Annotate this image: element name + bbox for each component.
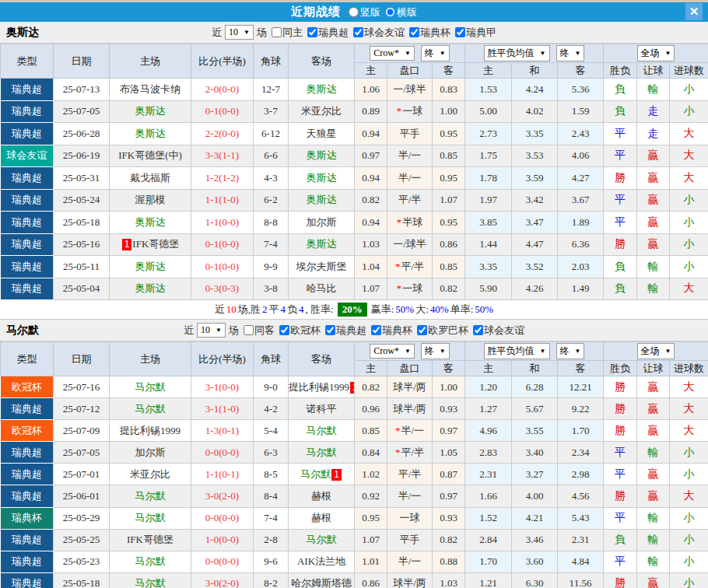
subcol-header: 和	[512, 63, 558, 79]
handicap-cell: 半/一	[387, 485, 433, 507]
home-team-cell: 戴戈福斯	[110, 167, 191, 190]
away-odds: 1.07	[433, 189, 465, 212]
match-row: 瑞典超25-05-161IFK哥德堡0-1(0-0)7-4奥斯达1.03一/球半…	[1, 233, 708, 256]
result-cell: 小	[670, 189, 708, 212]
match-date: 25-06-01	[54, 485, 110, 507]
score-value: 1-2(1-2)	[205, 172, 239, 184]
avg-odds: 1.70	[465, 551, 512, 572]
subcol-header: 进球数	[670, 63, 708, 79]
home-team-cell: 渥那模	[110, 189, 191, 212]
match-date: 25-05-11	[54, 256, 110, 278]
league-filter-checkbox[interactable]	[473, 325, 483, 335]
result-cell: 走	[637, 123, 670, 145]
avg-odds: 3.35	[512, 123, 558, 145]
league-filter-checkbox[interactable]	[325, 325, 335, 335]
star-icon: *	[395, 425, 401, 436]
score-cell: 2-0(0-0)	[191, 79, 254, 101]
summary-row: 近10场,胜2平4负4, 胜率:20%赢率:50% 大:40% 单率:50%	[0, 300, 708, 320]
home-odds: 0.94	[355, 123, 387, 145]
near-count-select[interactable]: 10▼	[225, 25, 254, 40]
summary-text: 10	[226, 303, 237, 316]
avg-select[interactable]: 胜平负均值▼	[484, 343, 550, 359]
home-team-cell: 提比利锡1999	[110, 420, 191, 442]
col-date: 日期	[54, 342, 110, 376]
avg-group-header: 胜平负均值▼终▼	[465, 342, 604, 361]
near-count-select[interactable]: 10▼	[197, 323, 226, 338]
subcol-header: 和	[512, 361, 558, 376]
odds-time-select[interactable]: 终▼	[421, 45, 450, 61]
filter-controls: 近10▼场同主瑞典超球会友谊瑞典杯瑞典甲	[212, 25, 496, 40]
corner-cell: 6-6	[254, 145, 289, 167]
avg-time-select[interactable]: 终▼	[556, 45, 585, 61]
red-card-badge: 1	[331, 469, 342, 481]
home-team-name: 马尔默	[135, 381, 166, 393]
corner-cell: 4-3	[254, 167, 289, 190]
layout-radio[interactable]	[385, 7, 395, 17]
result-cell: 勝	[604, 167, 637, 190]
home-odds: 0.84	[355, 442, 387, 464]
league-filter-checkbox[interactable]	[279, 325, 289, 335]
layout-radio-option[interactable]: 横版	[385, 5, 417, 19]
avg-select[interactable]: 胜平负均值▼	[484, 45, 550, 61]
avg-odds: 3.46	[512, 529, 558, 551]
match-row: 瑞典超25-05-04奥斯达0-3(0-3)3-8哈马比1.07*一球0.825…	[1, 278, 708, 300]
avg-odds: 2.31	[558, 529, 604, 551]
match-row: 瑞典超25-05-18奥斯达1-1(0-0)8-8加尔斯0.94*半球0.953…	[1, 212, 708, 234]
result-cell: 大	[670, 123, 708, 145]
league-filter-checkbox[interactable]	[353, 27, 363, 37]
home-team-cell: 1IFK哥德堡	[110, 233, 191, 256]
fullmatch-select[interactable]: 全场▼	[637, 45, 675, 61]
away-odds: 0.82	[433, 529, 465, 551]
handicap-cell: 球半/两	[387, 572, 433, 588]
same-venue-checkbox[interactable]	[272, 27, 282, 37]
league-filter-checkbox[interactable]	[307, 27, 317, 37]
league-filter-checkbox[interactable]	[455, 27, 465, 37]
league-filter-checkbox[interactable]	[409, 27, 419, 37]
same-venue-checkbox-label: 同主	[282, 26, 303, 40]
home-team-name: 渥那模	[135, 194, 166, 205]
summary-text: , 胜率:	[306, 303, 334, 317]
score-cell: 0-3(0-3)	[191, 278, 254, 300]
layout-radio[interactable]	[349, 7, 359, 17]
away-odds: 1.05	[433, 442, 465, 464]
league-type-badge: 欧冠杯	[1, 376, 54, 398]
match-row: 瑞典超25-05-24渥那模1-1(1-0)6-2奥斯达0.82平/半1.071…	[1, 189, 708, 212]
league-filter-checkbox[interactable]	[417, 325, 427, 335]
league-filter-checkbox[interactable]	[371, 325, 381, 335]
match-date: 25-05-24	[54, 189, 110, 212]
match-row: 欧冠杯25-07-09提比利锡19991-3(0-1)5-4马尔默0.85*半/…	[1, 420, 708, 442]
away-team-cell: 奥斯达	[289, 145, 355, 167]
bookmaker-select[interactable]: Crow*▼	[370, 46, 415, 61]
score-value: 3-3(1-1)	[205, 149, 239, 161]
same-venue-checkbox[interactable]	[244, 325, 254, 335]
layout-radios: 竖版横版	[344, 5, 417, 19]
odds-time-select[interactable]: 终▼	[421, 343, 450, 359]
close-button[interactable]: ✕	[685, 3, 703, 20]
home-team-cell: 奥斯达	[110, 123, 191, 145]
corner-cell: 6-3	[254, 442, 289, 464]
dropdown-arrow-icon: ▼	[665, 348, 671, 355]
summary-text: 赢率:	[371, 303, 394, 317]
handicap-cell: 平手	[387, 529, 433, 551]
score-value: 3-0(2-0)	[205, 490, 239, 502]
home-team-name: 加尔斯	[135, 446, 166, 458]
result-cell: 小	[670, 233, 708, 256]
layout-radio-option[interactable]: 竖版	[349, 5, 380, 19]
score-value: 0-1(0-0)	[205, 238, 239, 250]
near-label: 近	[212, 26, 222, 40]
avg-odds: 2.83	[465, 442, 512, 464]
home-odds: 0.86	[355, 572, 387, 588]
avg-odds: 5.00	[465, 100, 512, 123]
result-cell: 贏	[637, 167, 670, 190]
match-row: 欧冠杯25-07-16马尔默3-1(0-0)9-0提比利锡199910.82球半…	[1, 376, 708, 398]
avg-time-select[interactable]: 终▼	[556, 343, 585, 359]
avg-odds: 3.60	[512, 551, 558, 572]
avg-odds: 1.20	[465, 376, 512, 398]
dropdown-arrow-icon: ▼	[440, 50, 446, 57]
away-team-cell: 天狼星	[289, 123, 355, 145]
league-type-badge: 球会友谊	[1, 145, 54, 167]
handicap-cell: *一球	[387, 278, 433, 300]
result-cell: 平	[604, 123, 637, 145]
bookmaker-select[interactable]: Crow*▼	[370, 344, 415, 359]
fullmatch-select[interactable]: 全场▼	[637, 343, 675, 359]
